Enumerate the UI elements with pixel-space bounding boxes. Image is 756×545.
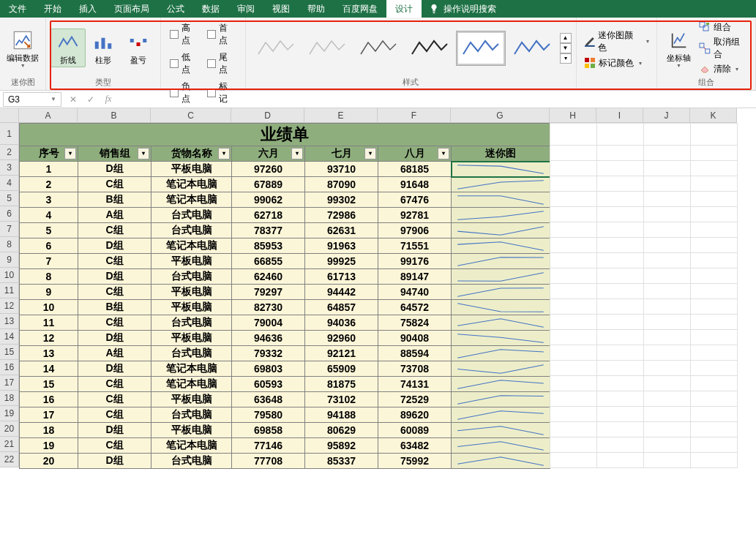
- empty-cell[interactable]: [644, 299, 691, 315]
- empty-cell[interactable]: [691, 437, 738, 453]
- empty-cell[interactable]: [691, 268, 738, 284]
- col-header-C[interactable]: C: [151, 108, 231, 123]
- filter-button[interactable]: ▾: [438, 148, 449, 159]
- empty-cell[interactable]: [691, 299, 738, 315]
- empty-cell[interactable]: [691, 361, 738, 376]
- empty-cell[interactable]: [597, 422, 644, 437]
- empty-cell[interactable]: [691, 391, 738, 407]
- empty-cell[interactable]: [597, 268, 644, 284]
- sparkline-cell[interactable]: [452, 177, 550, 192]
- empty-cell[interactable]: [644, 176, 691, 192]
- empty-cell[interactable]: [644, 192, 691, 207]
- empty-cell[interactable]: [597, 453, 644, 468]
- menu-tab-0[interactable]: 文件: [0, 0, 35, 18]
- empty-cell[interactable]: [644, 330, 691, 345]
- sparkline-cell[interactable]: [452, 254, 550, 269]
- sparkline-cell[interactable]: [452, 208, 550, 223]
- table-header[interactable]: 六月▾: [232, 146, 305, 162]
- empty-cell[interactable]: [644, 253, 691, 268]
- table-header[interactable]: 七月▾: [305, 146, 378, 162]
- row-header-19[interactable]: 19: [0, 406, 19, 421]
- empty-cell[interactable]: [644, 376, 691, 391]
- col-header-K[interactable]: K: [690, 108, 737, 123]
- empty-cell[interactable]: [597, 315, 644, 330]
- empty-cell[interactable]: [644, 422, 691, 437]
- empty-cell[interactable]: [644, 407, 691, 422]
- empty-cell[interactable]: [597, 330, 644, 345]
- menu-tab-5[interactable]: 数据: [193, 0, 228, 18]
- col-header-H[interactable]: H: [550, 108, 596, 123]
- empty-cell[interactable]: [597, 207, 644, 222]
- empty-cell[interactable]: [550, 192, 597, 207]
- empty-cell[interactable]: [550, 407, 597, 422]
- table-header[interactable]: 八月▾: [378, 146, 452, 162]
- filter-button[interactable]: ▾: [291, 148, 303, 159]
- table-header[interactable]: 销售组▾: [78, 146, 151, 162]
- row-header-2[interactable]: 2: [0, 145, 19, 160]
- empty-cell[interactable]: [691, 330, 738, 345]
- empty-cell[interactable]: [597, 146, 644, 161]
- empty-cell[interactable]: [644, 268, 691, 284]
- empty-cell[interactable]: [597, 345, 644, 361]
- col-header-E[interactable]: E: [304, 108, 378, 123]
- row-header-22[interactable]: 22: [0, 452, 19, 467]
- row-header-10[interactable]: 10: [0, 268, 19, 283]
- row-header-8[interactable]: 8: [0, 237, 19, 252]
- row-header-4[interactable]: 4: [0, 176, 19, 191]
- empty-cell[interactable]: [550, 361, 597, 376]
- empty-cell[interactable]: [691, 146, 738, 161]
- row-header-15[interactable]: 15: [0, 345, 19, 360]
- empty-cell[interactable]: [644, 391, 691, 407]
- checkbox-first-point[interactable]: 首点: [207, 22, 236, 47]
- edit-data-button[interactable]: 编辑数据 ▼: [5, 27, 40, 69]
- empty-cell[interactable]: [644, 315, 691, 330]
- style-option-1[interactable]: [302, 31, 352, 66]
- empty-cell[interactable]: [644, 437, 691, 453]
- empty-cell[interactable]: [597, 376, 644, 391]
- empty-cell[interactable]: [691, 453, 738, 468]
- empty-cell[interactable]: [550, 345, 597, 361]
- sparkline-cell[interactable]: [452, 392, 550, 407]
- table-header[interactable]: 序号▾: [20, 146, 78, 162]
- empty-cell[interactable]: [691, 315, 738, 330]
- row-header-1[interactable]: 1: [0, 123, 19, 145]
- empty-cell[interactable]: [644, 345, 691, 361]
- menu-tab-7[interactable]: 视图: [263, 0, 299, 18]
- spreadsheet-grid[interactable]: ABCDEFGHIJK 1234567891011121314151617181…: [0, 108, 756, 545]
- row-header-9[interactable]: 9: [0, 252, 19, 268]
- empty-cell[interactable]: [691, 124, 738, 146]
- empty-cell[interactable]: [597, 192, 644, 207]
- col-header-B[interactable]: B: [78, 108, 151, 123]
- empty-cell[interactable]: [691, 161, 738, 176]
- table-header[interactable]: 迷你图: [452, 146, 550, 162]
- name-box[interactable]: G3 ▼: [3, 92, 61, 107]
- empty-cell[interactable]: [550, 391, 597, 407]
- sparkline-column-button[interactable]: 柱形: [86, 29, 121, 67]
- sparkline-cell[interactable]: [452, 361, 550, 377]
- sparkline-cell[interactable]: [452, 223, 550, 238]
- empty-cell[interactable]: [691, 238, 738, 253]
- empty-cell[interactable]: [597, 299, 644, 315]
- empty-cell[interactable]: [644, 361, 691, 376]
- sparkline-cell[interactable]: [452, 423, 550, 438]
- empty-cell[interactable]: [597, 391, 644, 407]
- row-header-12[interactable]: 12: [0, 298, 19, 314]
- checkbox-high-point[interactable]: 高点: [170, 22, 198, 47]
- empty-cell[interactable]: [550, 207, 597, 222]
- menu-tab-4[interactable]: 公式: [158, 0, 193, 18]
- empty-cell[interactable]: [550, 176, 597, 192]
- fx-button[interactable]: fx: [100, 94, 117, 105]
- row-header-18[interactable]: 18: [0, 391, 19, 406]
- empty-cell[interactable]: [691, 253, 738, 268]
- empty-cell[interactable]: [597, 161, 644, 176]
- empty-cell[interactable]: [550, 437, 597, 453]
- clear-button[interactable]: 清除▾: [699, 63, 748, 75]
- row-header-11[interactable]: 11: [0, 283, 19, 298]
- menu-tab-8[interactable]: 帮助: [299, 0, 334, 18]
- style-option-5[interactable]: [507, 31, 557, 66]
- sparkline-cell[interactable]: [452, 162, 550, 177]
- sparkline-cell[interactable]: [452, 300, 550, 315]
- empty-cell[interactable]: [691, 284, 738, 299]
- empty-cell[interactable]: [597, 238, 644, 253]
- sparkline-cell[interactable]: [452, 331, 550, 346]
